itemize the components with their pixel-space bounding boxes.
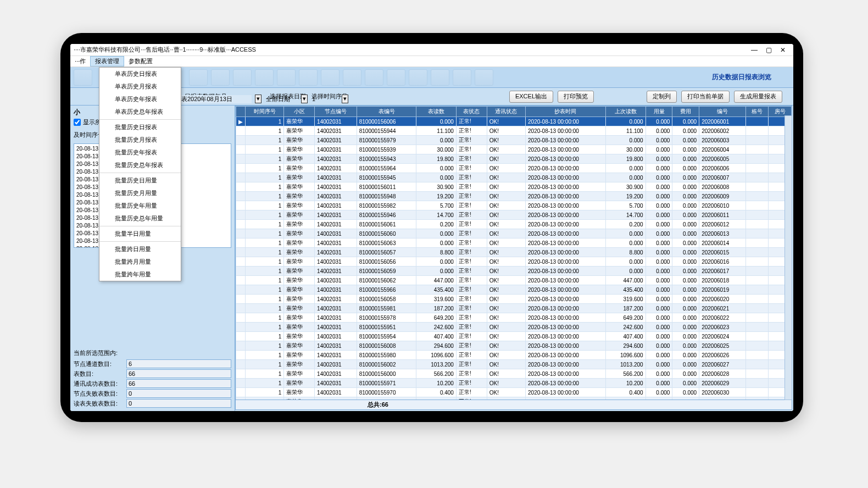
table-row[interactable]: 1嘉荣华14002031810000156062447.000正常!OK!202… bbox=[236, 276, 792, 285]
combo-time-seq[interactable]: 1 bbox=[311, 96, 338, 102]
dropdown-item[interactable]: 批量跨年用量 bbox=[99, 268, 181, 281]
table-row[interactable]: 1嘉荣华14002031810000156008294.600正常!OK!202… bbox=[236, 341, 792, 351]
column-header[interactable]: 表读数 bbox=[416, 107, 457, 117]
column-header[interactable]: 表状态 bbox=[456, 107, 487, 117]
column-header[interactable]: 抄表时间 bbox=[526, 107, 606, 117]
table-row[interactable]: 1嘉荣华14002031810000155966435.400正常!OK!202… bbox=[236, 285, 792, 295]
chevron-down-icon[interactable]: ▾ bbox=[342, 95, 348, 103]
custom-columns-button[interactable]: 定制列 bbox=[647, 91, 677, 103]
print-current-button[interactable]: 打印当前单据 bbox=[681, 91, 730, 103]
menubar: ···作 报表管理 参数配置 bbox=[70, 56, 793, 67]
column-header[interactable]: 时间序号 bbox=[246, 107, 284, 117]
table-row[interactable]: 1嘉荣华1400203181000015593930.000正常!OK!2020… bbox=[236, 145, 792, 154]
toolbar-icon[interactable] bbox=[255, 69, 274, 86]
column-header[interactable]: 编号 bbox=[699, 107, 746, 117]
window-maximize[interactable]: ▢ bbox=[761, 46, 776, 54]
toolbar-icon[interactable] bbox=[453, 69, 471, 86]
toolbar-icon[interactable] bbox=[387, 69, 405, 86]
dropdown-item[interactable]: 单表历史总年报表 bbox=[99, 106, 181, 118]
table-row[interactable]: 1嘉荣华140020318100001560560.000正常!OK!2020-… bbox=[236, 257, 792, 267]
table-row[interactable]: 1嘉荣华14002031810000156000566.200正常!OK!202… bbox=[236, 369, 792, 379]
dropdown-item[interactable]: 单表历史年报表 bbox=[99, 93, 181, 106]
toolbar-icon[interactable] bbox=[409, 69, 427, 86]
dropdown-item[interactable]: 批量历史日用量 bbox=[99, 174, 181, 187]
data-grid[interactable]: 时间序号小区节点编号表编号表读数表状态通讯状态抄表时间上次读数用量费用编号栋号房… bbox=[236, 106, 792, 400]
toolbar-icon[interactable] bbox=[299, 69, 318, 86]
report-menu-dropdown[interactable]: 单表历史日报表单表历史月报表单表历史年报表单表历史总年报表批量历史日报表批量历史… bbox=[99, 67, 181, 281]
combo-report-date[interactable]: 全部日期 bbox=[265, 95, 298, 103]
column-header[interactable]: 用量 bbox=[646, 107, 672, 117]
table-row[interactable]: 1嘉荣华140020318100001559790.000正常!OK!2020-… bbox=[236, 136, 792, 145]
toolbar-icon[interactable] bbox=[365, 69, 383, 86]
print-preview-button[interactable]: 打印预览 bbox=[558, 91, 594, 103]
table-row[interactable]: 1嘉荣华14002031810000156058319.600正常!OK!202… bbox=[236, 295, 792, 304]
table-row[interactable]: 1嘉荣华14002031810000155954407.400正常!OK!202… bbox=[236, 332, 792, 341]
column-header[interactable]: 小区 bbox=[284, 107, 315, 117]
table-row[interactable]: 1嘉荣华140020318100001560610.200正常!OK!2020-… bbox=[236, 220, 792, 229]
stats-title: 当前所选范围内: bbox=[74, 349, 231, 357]
stat-label: 表数目: bbox=[74, 370, 126, 378]
chevron-down-icon[interactable]: ▾ bbox=[301, 95, 308, 103]
table-footer: 总共:66 bbox=[236, 400, 792, 409]
window-close[interactable]: ✕ bbox=[776, 46, 790, 54]
table-row[interactable]: 1嘉荣华1400203181000015601130.900正常!OK!2020… bbox=[236, 182, 792, 192]
table-row[interactable]: 1嘉荣华14002031810000155981187.200正常!OK!202… bbox=[236, 304, 792, 313]
menu-param-config[interactable]: 参数配置 bbox=[124, 56, 157, 66]
table-row[interactable]: 1嘉荣华1400203181000015594614.700正常!OK!2020… bbox=[236, 210, 792, 220]
table-row[interactable]: 1嘉荣华140020318100001560590.000正常!OK!2020-… bbox=[236, 267, 792, 276]
table-row[interactable]: 1嘉荣华14002031810000155951242.600正常!OK!202… bbox=[236, 323, 792, 332]
column-header[interactable]: 通讯状态 bbox=[487, 107, 525, 117]
table-row[interactable]: 1嘉荣华1400203181000015594819.200正常!OK!2020… bbox=[236, 192, 792, 201]
column-header[interactable]: 费用 bbox=[672, 107, 699, 117]
chevron-down-icon[interactable]: ▾ bbox=[255, 95, 261, 103]
toolbar-icon[interactable] bbox=[277, 69, 296, 86]
toolbar-icon[interactable] bbox=[431, 69, 449, 86]
dropdown-item[interactable]: 批量历史年报表 bbox=[99, 146, 181, 159]
show-all-checkbox[interactable] bbox=[74, 119, 81, 126]
window-minimize[interactable]: — bbox=[747, 46, 761, 54]
vertical-scrollbar[interactable] bbox=[784, 115, 792, 400]
menu-operate[interactable]: ···作 bbox=[70, 56, 90, 66]
column-header[interactable]: 节点编号 bbox=[315, 107, 357, 117]
table-row[interactable]: 1嘉荣华140020318100001560630.000正常!OK!2020-… bbox=[236, 239, 792, 248]
dropdown-item[interactable]: 批量跨日用量 bbox=[99, 243, 181, 256]
dropdown-item[interactable]: 批量跨月用量 bbox=[99, 256, 181, 268]
dropdown-item[interactable]: 单表历史日报表 bbox=[99, 68, 181, 80]
toolbar-icon[interactable] bbox=[211, 69, 230, 86]
table-row[interactable]: 1嘉荣华140020318100001559700.400正常!OK!2020-… bbox=[236, 388, 792, 397]
dropdown-item[interactable]: 批量历史月报表 bbox=[99, 134, 181, 146]
menu-report-manage[interactable]: 报表管理 bbox=[90, 56, 124, 66]
combo-data-date[interactable]: 表2020年08月13日 bbox=[180, 95, 252, 103]
table-row[interactable]: 1嘉荣华140020318100001559825.700正常!OK!2020-… bbox=[236, 201, 792, 210]
table-row[interactable]: 1嘉荣华140020318100001559640.000正常!OK!2020-… bbox=[236, 164, 792, 173]
toolbar-icon[interactable] bbox=[475, 69, 493, 86]
dropdown-item[interactable]: 批量历史年用量 bbox=[99, 199, 181, 212]
stat-value bbox=[126, 389, 231, 398]
toolbar-icon[interactable] bbox=[189, 69, 208, 86]
toolbar-icon[interactable] bbox=[321, 69, 340, 86]
table-row[interactable]: 1嘉荣华140020318100001559801096.600正常!OK!20… bbox=[236, 351, 792, 360]
dropdown-item[interactable]: 批量半日用量 bbox=[99, 228, 181, 240]
column-header[interactable]: 上次读数 bbox=[605, 107, 646, 117]
table-row[interactable]: 1嘉荣华1400203181000015594319.800正常!OK!2020… bbox=[236, 154, 792, 164]
gen-usage-report-button[interactable]: 生成用量报表 bbox=[734, 91, 782, 103]
toolbar-icon[interactable] bbox=[343, 69, 361, 86]
dropdown-item[interactable]: 批量历史日报表 bbox=[99, 121, 181, 134]
table-row[interactable]: 1嘉荣华140020318100001560578.800正常!OK!2020-… bbox=[236, 248, 792, 257]
excel-export-button[interactable]: EXCEL输出 bbox=[509, 91, 553, 103]
table-row[interactable]: 1嘉荣华140020318100001560021013.200正常!OK!20… bbox=[236, 360, 792, 369]
table-row[interactable]: 1嘉荣华140020318100001560600.000正常!OK!2020-… bbox=[236, 229, 792, 239]
table-row[interactable]: ▶1嘉荣华140020318100001560060.000正常!OK!2020… bbox=[236, 117, 792, 126]
dropdown-item[interactable]: 单表历史月报表 bbox=[99, 80, 181, 93]
column-header[interactable]: 表编号 bbox=[357, 107, 416, 117]
table-row[interactable]: 1嘉荣华1400203181000015594411.100正常!OK!2020… bbox=[236, 126, 792, 136]
table-row[interactable]: 1嘉荣华14002031810000155978649.200正常!OK!202… bbox=[236, 313, 792, 323]
column-header[interactable]: 栋号 bbox=[745, 107, 769, 117]
dropdown-item[interactable]: 批量历史总年用量 bbox=[99, 212, 181, 225]
dropdown-item[interactable]: 批量历史总年报表 bbox=[99, 159, 181, 171]
table-row[interactable]: 1嘉荣华1400203181000015597110.200正常!OK!2020… bbox=[236, 379, 792, 388]
toolbar-icon[interactable] bbox=[233, 69, 252, 86]
toolbar-icon[interactable] bbox=[74, 69, 92, 86]
dropdown-item[interactable]: 批量历史月用量 bbox=[99, 187, 181, 199]
table-row[interactable]: 1嘉荣华140020318100001559450.000正常!OK!2020-… bbox=[236, 173, 792, 182]
